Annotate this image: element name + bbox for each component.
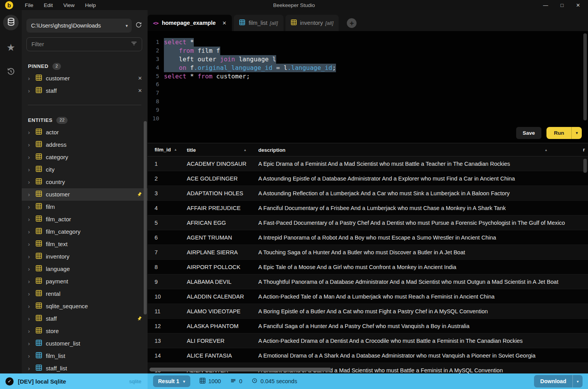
table-row[interactable]: 14ALICE FANTASIAA Emotional Drama of a A… — [148, 348, 588, 363]
cell-film-id[interactable]: 11 — [155, 308, 187, 314]
pinned-item-staff[interactable]: ›staff✕ — [22, 85, 148, 97]
chevron-right-icon[interactable]: › — [28, 278, 32, 284]
cell-description[interactable]: A Boring Epistle of a Butler And a Cat w… — [258, 308, 588, 314]
download-dropdown-button[interactable]: ▾ — [573, 375, 583, 387]
entity-item-category[interactable]: ›category — [22, 151, 148, 163]
cell-film-id[interactable]: 4 — [155, 205, 187, 211]
chevron-right-icon[interactable]: › — [28, 179, 32, 185]
cell-film-id[interactable]: 14 — [155, 353, 187, 359]
cell-title[interactable]: ADAPTATION HOLES — [187, 190, 258, 196]
results-horizontal-scrollbar[interactable] — [150, 368, 331, 372]
cell-description[interactable]: A Fanciful Saga of a Hunter And a Pastry… — [258, 323, 588, 329]
run-button[interactable]: Run ▾ — [546, 127, 582, 139]
entity-item-film[interactable]: ›film — [22, 201, 148, 213]
table-row[interactable]: 11ALAMO VIDEOTAPEA Boring Epistle of a B… — [148, 304, 588, 319]
entity-item-sqlite_sequence[interactable]: ›sqlite_sequence — [22, 300, 148, 313]
entity-item-address[interactable]: ›address — [22, 139, 148, 151]
menu-edit[interactable]: Edit — [44, 2, 53, 8]
chevron-right-icon[interactable]: › — [28, 291, 32, 297]
sql-editor[interactable]: 1select *2 from film f3 left outer join … — [148, 31, 588, 143]
cell-description[interactable]: A Astounding Epistle of a Database Admin… — [258, 175, 588, 182]
entity-item-film_category[interactable]: ›film_category — [22, 226, 148, 238]
chevron-right-icon[interactable]: › — [28, 216, 32, 222]
tab-inventory[interactable]: inventory[all] — [285, 15, 339, 31]
column-header-title[interactable]: title — [187, 146, 258, 153]
cell-title[interactable]: ALAMO VIDEOTAPE — [187, 308, 258, 314]
table-row[interactable]: 5AFRICAN EGGA Fast-Paced Documentary of … — [148, 215, 588, 230]
chevron-right-icon[interactable]: › — [28, 229, 32, 234]
chevron-right-icon[interactable]: › — [28, 241, 32, 247]
cell-film-id[interactable]: 3 — [155, 190, 187, 196]
sidebar-scrollbar[interactable] — [144, 121, 147, 314]
history-tab-button[interactable] — [3, 64, 19, 80]
download-button[interactable]: Download ▾ — [534, 375, 583, 387]
tab-film_list[interactable]: film_list[all] — [234, 15, 283, 31]
pin-icon[interactable] — [137, 316, 142, 321]
cell-film-id[interactable]: 5 — [155, 220, 187, 226]
entity-item-film_actor[interactable]: ›film_actor — [22, 213, 148, 226]
chevron-right-icon[interactable]: › — [28, 191, 32, 197]
new-tab-button[interactable]: + — [347, 18, 357, 28]
entity-item-rental[interactable]: ›rental — [22, 288, 148, 300]
cell-film-id[interactable]: 13 — [155, 338, 187, 344]
filter-input[interactable] — [31, 41, 128, 47]
results-vertical-scrollbar[interactable] — [583, 159, 587, 173]
favorites-tab-button[interactable]: ★ — [3, 40, 19, 55]
menu-file[interactable]: File — [25, 2, 33, 8]
column-header-description[interactable]: description — [258, 146, 588, 153]
unpin-icon[interactable]: ✕ — [138, 75, 142, 81]
filter-field[interactable] — [26, 37, 142, 51]
chevron-right-icon[interactable]: › — [28, 167, 32, 172]
minimize-icon[interactable]: — — [543, 3, 548, 8]
chevron-right-icon[interactable]: › — [28, 266, 32, 272]
table-row[interactable]: 12ALASKA PHANTOMA Fanciful Saga of a Hun… — [148, 319, 588, 333]
table-row[interactable]: 13ALI FOREVERA Action-Packed Drama of a … — [148, 333, 588, 348]
cell-description[interactable]: A Action-Packed Tale of a Man And a Lumb… — [258, 293, 588, 300]
entity-item-payment[interactable]: ›payment — [22, 275, 148, 288]
editor-scrollbar[interactable] — [583, 33, 587, 120]
save-button[interactable]: Save — [516, 127, 542, 139]
table-row[interactable]: 3ADAPTATION HOLESA Astounding Reflection… — [148, 186, 588, 201]
chevron-right-icon[interactable]: › — [28, 254, 32, 259]
entity-item-film_text[interactable]: ›film_text — [22, 238, 148, 250]
cell-film-id[interactable]: 1 — [155, 161, 187, 167]
table-row[interactable]: 8AIRPORT POLLOCKA Epic Tale of a Moose A… — [148, 260, 588, 274]
cell-title[interactable]: ALI FOREVER — [187, 338, 258, 344]
cell-title[interactable]: AGENT TRUMAN — [187, 234, 258, 241]
result-tab-button[interactable]: Result 1 ▾ — [153, 375, 190, 387]
cell-title[interactable]: ACE GOLDFINGER — [187, 175, 258, 182]
table-row[interactable]: 2ACE GOLDFINGERA Astounding Epistle of a… — [148, 171, 588, 186]
menu-help[interactable]: Help — [85, 2, 96, 8]
entity-item-inventory[interactable]: ›inventory — [22, 250, 148, 263]
cell-title[interactable]: ACADEMY DINOSAUR — [187, 161, 258, 167]
entity-item-store[interactable]: ›store — [22, 325, 148, 337]
pinned-item-customer[interactable]: ›customer✕ — [22, 72, 148, 85]
database-tab-button[interactable] — [3, 15, 19, 30]
download-label[interactable]: Download — [534, 375, 572, 387]
table-row[interactable]: 7AIRPLANE SIERRAA Touching Saga of a Hun… — [148, 245, 588, 260]
entity-item-staff_list[interactable]: ›staff_list — [22, 362, 148, 373]
cell-description[interactable]: A Emotional Drama of a A Shark And a Dat… — [258, 353, 588, 359]
tab-homepage_example[interactable]: <>homepage_example✕ — [148, 15, 232, 31]
cell-description[interactable]: A Fanciful Documentary of a Frisbee And … — [258, 205, 588, 211]
cell-title[interactable]: AIRPORT POLLOCK — [187, 264, 258, 270]
entity-item-customer_list[interactable]: ›customer_list — [22, 337, 148, 350]
chevron-right-icon[interactable]: › — [28, 365, 32, 371]
column-header-film-id[interactable]: film_id ▲ — [155, 147, 187, 153]
entity-item-country[interactable]: ›country — [22, 176, 148, 188]
cell-description[interactable]: A Epic Tale of a Moose And a Girl who mu… — [258, 264, 588, 270]
cell-description[interactable]: A Touching Saga of a Hunter And a Butler… — [258, 249, 588, 255]
cell-title[interactable]: ALICE FANTASIA — [187, 353, 258, 359]
run-dropdown-button[interactable]: ▾ — [572, 127, 582, 139]
entity-item-language[interactable]: ›language — [22, 263, 148, 275]
unpin-icon[interactable]: ✕ — [138, 88, 142, 94]
table-row[interactable]: 6AGENT TRUMANA Intrepid Panorama of a Ro… — [148, 230, 588, 245]
entity-item-customer[interactable]: ›customer — [22, 188, 148, 201]
chevron-right-icon[interactable]: › — [28, 353, 32, 359]
cell-description[interactable]: A Thoughtful Panorama of a Database Admi… — [258, 279, 588, 285]
cell-film-id[interactable]: 12 — [155, 323, 187, 329]
entity-item-staff[interactable]: ›staff — [22, 313, 148, 325]
chevron-right-icon[interactable]: › — [28, 129, 32, 135]
cell-film-id[interactable]: 9 — [155, 279, 187, 285]
connection-dropdown[interactable]: C:\Users\ghstng\Downloads ▾ — [26, 19, 132, 33]
